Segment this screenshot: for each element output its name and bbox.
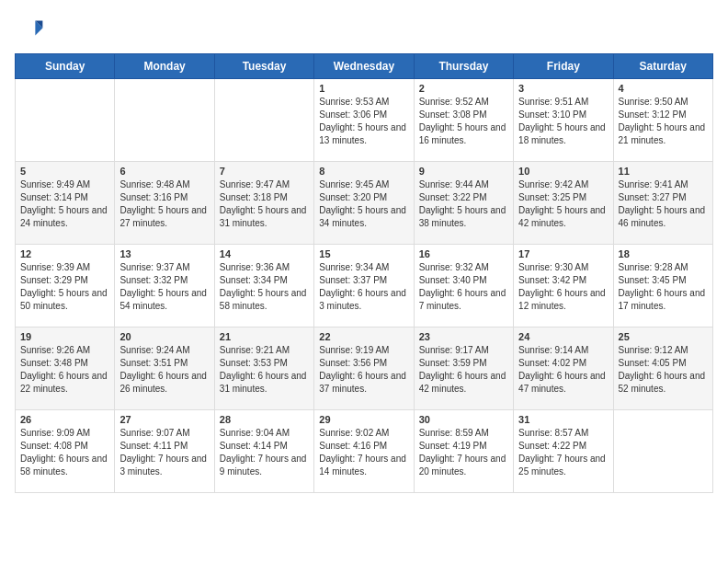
calendar-cell: 23 Sunrise: 9:17 AM Sunset: 3:59 PM Dayl… — [414, 327, 513, 410]
day-info: Sunrise: 9:36 AM Sunset: 3:34 PM Dayligh… — [220, 261, 309, 313]
calendar-header-row: SundayMondayTuesdayWednesdayThursdayFrid… — [16, 54, 713, 79]
day-info: Sunrise: 9:30 AM Sunset: 3:42 PM Dayligh… — [518, 261, 608, 313]
day-number: 24 — [518, 331, 608, 342]
day-info: Sunrise: 9:49 AM Sunset: 3:14 PM Dayligh… — [20, 178, 109, 230]
day-number: 25 — [619, 331, 708, 342]
day-info: Sunrise: 9:07 AM Sunset: 4:11 PM Dayligh… — [119, 427, 209, 478]
calendar-cell — [16, 79, 115, 162]
day-header-friday: Friday — [514, 54, 613, 79]
calendar-cell — [115, 79, 214, 162]
day-number: 23 — [419, 331, 508, 342]
day-number: 3 — [518, 83, 608, 94]
day-header-sunday: Sunday — [16, 54, 115, 79]
calendar-cell: 25 Sunrise: 9:12 AM Sunset: 4:05 PM Dayl… — [613, 327, 712, 410]
day-info: Sunrise: 9:32 AM Sunset: 3:40 PM Dayligh… — [419, 261, 508, 313]
calendar-cell: 29 Sunrise: 9:02 AM Sunset: 4:16 PM Dayl… — [314, 410, 414, 493]
calendar-cell: 26 Sunrise: 9:09 AM Sunset: 4:08 PM Dayl… — [16, 410, 115, 493]
day-number: 28 — [220, 414, 309, 425]
day-info: Sunrise: 9:51 AM Sunset: 3:10 PM Dayligh… — [518, 96, 608, 147]
day-number: 29 — [319, 414, 408, 425]
calendar-cell: 12 Sunrise: 9:39 AM Sunset: 3:29 PM Dayl… — [16, 245, 115, 327]
page-header — [15, 15, 713, 44]
logo — [15, 15, 48, 44]
day-info: Sunrise: 9:02 AM Sunset: 4:16 PM Dayligh… — [319, 427, 408, 478]
day-info: Sunrise: 9:37 AM Sunset: 3:32 PM Dayligh… — [119, 261, 209, 313]
day-info: Sunrise: 9:14 AM Sunset: 4:02 PM Dayligh… — [518, 344, 608, 396]
calendar-cell: 7 Sunrise: 9:47 AM Sunset: 3:18 PM Dayli… — [214, 162, 313, 245]
calendar-cell: 27 Sunrise: 9:07 AM Sunset: 4:11 PM Dayl… — [115, 410, 214, 493]
day-info: Sunrise: 9:48 AM Sunset: 3:16 PM Dayligh… — [119, 178, 209, 230]
day-info: Sunrise: 9:42 AM Sunset: 3:25 PM Dayligh… — [518, 178, 608, 230]
calendar-cell: 1 Sunrise: 9:53 AM Sunset: 3:06 PM Dayli… — [314, 79, 414, 162]
calendar-cell: 31 Sunrise: 8:57 AM Sunset: 4:22 PM Dayl… — [514, 410, 613, 493]
calendar-cell: 24 Sunrise: 9:14 AM Sunset: 4:02 PM Dayl… — [514, 327, 613, 410]
day-number: 22 — [319, 331, 408, 342]
calendar-cell: 17 Sunrise: 9:30 AM Sunset: 3:42 PM Dayl… — [514, 245, 613, 327]
day-info: Sunrise: 9:52 AM Sunset: 3:08 PM Dayligh… — [419, 96, 508, 147]
day-info: Sunrise: 9:28 AM Sunset: 3:45 PM Dayligh… — [619, 261, 708, 313]
calendar-cell: 10 Sunrise: 9:42 AM Sunset: 3:25 PM Dayl… — [514, 162, 613, 245]
day-number: 18 — [619, 248, 708, 259]
calendar-cell: 22 Sunrise: 9:19 AM Sunset: 3:56 PM Dayl… — [314, 327, 414, 410]
calendar-cell: 20 Sunrise: 9:24 AM Sunset: 3:51 PM Dayl… — [115, 327, 214, 410]
day-number: 13 — [119, 248, 209, 259]
day-header-tuesday: Tuesday — [214, 54, 313, 79]
day-info: Sunrise: 8:57 AM Sunset: 4:22 PM Dayligh… — [518, 427, 608, 478]
day-number: 21 — [220, 331, 309, 342]
calendar-cell: 9 Sunrise: 9:44 AM Sunset: 3:22 PM Dayli… — [414, 162, 513, 245]
calendar: SundayMondayTuesdayWednesdayThursdayFrid… — [15, 53, 713, 493]
calendar-cell: 30 Sunrise: 8:59 AM Sunset: 4:19 PM Dayl… — [414, 410, 513, 493]
day-number: 4 — [619, 83, 708, 94]
day-info: Sunrise: 9:39 AM Sunset: 3:29 PM Dayligh… — [20, 261, 109, 313]
day-info: Sunrise: 9:19 AM Sunset: 3:56 PM Dayligh… — [319, 344, 408, 396]
day-number: 27 — [119, 414, 209, 425]
day-number: 31 — [518, 414, 608, 425]
day-header-saturday: Saturday — [613, 54, 712, 79]
day-number: 17 — [518, 248, 608, 259]
day-info: Sunrise: 9:44 AM Sunset: 3:22 PM Dayligh… — [419, 178, 508, 230]
calendar-week-row: 5 Sunrise: 9:49 AM Sunset: 3:14 PM Dayli… — [16, 162, 713, 245]
calendar-cell: 16 Sunrise: 9:32 AM Sunset: 3:40 PM Dayl… — [414, 245, 513, 327]
calendar-week-row: 12 Sunrise: 9:39 AM Sunset: 3:29 PM Dayl… — [16, 245, 713, 327]
day-info: Sunrise: 9:50 AM Sunset: 3:12 PM Dayligh… — [619, 96, 708, 147]
day-info: Sunrise: 9:21 AM Sunset: 3:53 PM Dayligh… — [220, 344, 309, 396]
day-info: Sunrise: 9:17 AM Sunset: 3:59 PM Dayligh… — [419, 344, 508, 396]
day-info: Sunrise: 9:41 AM Sunset: 3:27 PM Dayligh… — [619, 178, 708, 230]
calendar-cell: 19 Sunrise: 9:26 AM Sunset: 3:48 PM Dayl… — [16, 327, 115, 410]
day-number: 20 — [119, 331, 209, 342]
day-info: Sunrise: 9:26 AM Sunset: 3:48 PM Dayligh… — [20, 344, 109, 396]
day-info: Sunrise: 9:12 AM Sunset: 4:05 PM Dayligh… — [619, 344, 708, 396]
day-info: Sunrise: 8:59 AM Sunset: 4:19 PM Dayligh… — [419, 427, 508, 478]
day-info: Sunrise: 9:47 AM Sunset: 3:18 PM Dayligh… — [220, 178, 309, 230]
calendar-cell: 13 Sunrise: 9:37 AM Sunset: 3:32 PM Dayl… — [115, 245, 214, 327]
calendar-cell: 11 Sunrise: 9:41 AM Sunset: 3:27 PM Dayl… — [613, 162, 712, 245]
day-number: 7 — [220, 166, 309, 177]
logo-icon — [15, 15, 44, 44]
day-info: Sunrise: 9:09 AM Sunset: 4:08 PM Dayligh… — [20, 427, 109, 478]
day-number: 5 — [20, 166, 109, 177]
day-number: 26 — [20, 414, 109, 425]
day-info: Sunrise: 9:45 AM Sunset: 3:20 PM Dayligh… — [319, 178, 408, 230]
day-number: 19 — [20, 331, 109, 342]
day-number: 16 — [419, 248, 508, 259]
calendar-cell: 14 Sunrise: 9:36 AM Sunset: 3:34 PM Dayl… — [214, 245, 313, 327]
calendar-cell: 18 Sunrise: 9:28 AM Sunset: 3:45 PM Dayl… — [613, 245, 712, 327]
day-info: Sunrise: 9:53 AM Sunset: 3:06 PM Dayligh… — [319, 96, 408, 147]
day-info: Sunrise: 9:04 AM Sunset: 4:14 PM Dayligh… — [220, 427, 309, 478]
calendar-cell: 2 Sunrise: 9:52 AM Sunset: 3:08 PM Dayli… — [414, 79, 513, 162]
day-header-thursday: Thursday — [414, 54, 513, 79]
calendar-cell: 21 Sunrise: 9:21 AM Sunset: 3:53 PM Dayl… — [214, 327, 313, 410]
calendar-week-row: 26 Sunrise: 9:09 AM Sunset: 4:08 PM Dayl… — [16, 410, 713, 493]
day-number: 2 — [419, 83, 508, 94]
calendar-week-row: 19 Sunrise: 9:26 AM Sunset: 3:48 PM Dayl… — [16, 327, 713, 410]
calendar-cell: 4 Sunrise: 9:50 AM Sunset: 3:12 PM Dayli… — [613, 79, 712, 162]
day-number: 11 — [619, 166, 708, 177]
calendar-cell: 5 Sunrise: 9:49 AM Sunset: 3:14 PM Dayli… — [16, 162, 115, 245]
day-number: 6 — [119, 166, 209, 177]
calendar-cell — [613, 410, 712, 493]
day-number: 9 — [419, 166, 508, 177]
day-number: 8 — [319, 166, 408, 177]
day-header-monday: Monday — [115, 54, 214, 79]
calendar-cell: 15 Sunrise: 9:34 AM Sunset: 3:37 PM Dayl… — [314, 245, 414, 327]
calendar-cell: 3 Sunrise: 9:51 AM Sunset: 3:10 PM Dayli… — [514, 79, 613, 162]
